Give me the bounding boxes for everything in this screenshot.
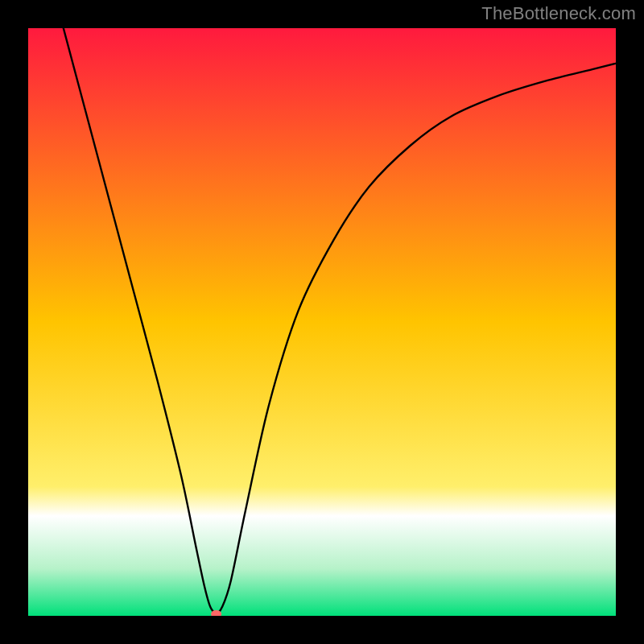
gradient-background (28, 28, 616, 616)
watermark-text: TheBottleneck.com (481, 3, 636, 24)
plot-area (28, 28, 616, 616)
chart-frame: TheBottleneck.com (0, 0, 644, 644)
plot-svg (28, 28, 616, 616)
